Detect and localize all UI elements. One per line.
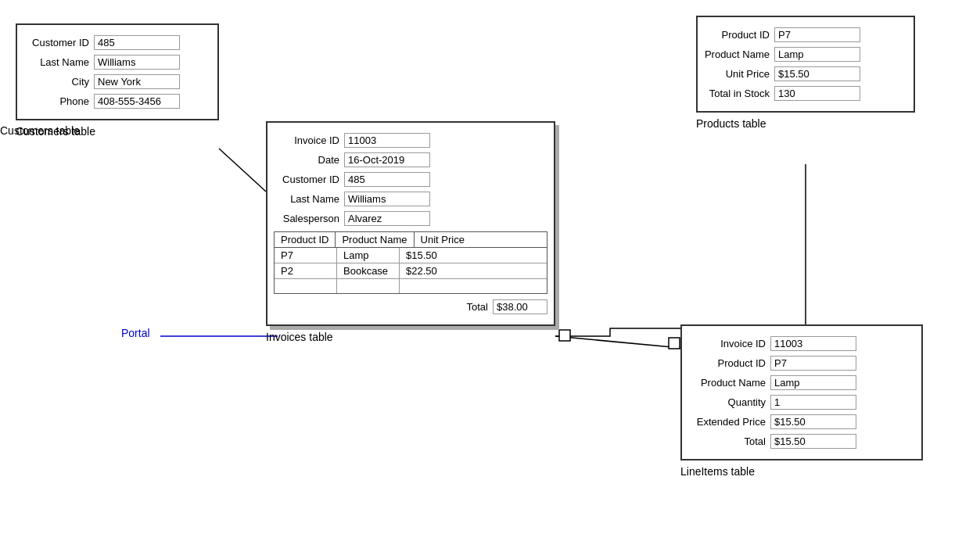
field-label: Date xyxy=(274,154,344,166)
portal-cell xyxy=(275,279,337,293)
field-value: New York xyxy=(94,74,180,89)
field-label: Customer ID xyxy=(274,174,344,185)
portal-cell: Lamp xyxy=(337,248,400,263)
field-value: 485 xyxy=(344,172,430,187)
portal-cell: P2 xyxy=(275,263,337,278)
field-label: Invoice ID xyxy=(688,338,770,349)
field-value: $15.50 xyxy=(770,434,856,449)
field-row: SalespersonAlvarez xyxy=(267,209,554,228)
field-row: Product IDP7 xyxy=(682,353,921,373)
field-label: Last Name xyxy=(23,56,94,68)
field-label: Product Name xyxy=(688,377,770,389)
field-value: Williams xyxy=(94,55,180,70)
field-row: Unit Price$15.50 xyxy=(698,64,914,84)
field-value: Williams xyxy=(344,192,430,206)
portal-cell: P7 xyxy=(275,248,337,263)
field-row: CityNew York xyxy=(17,72,217,91)
portal-cell: $15.50 xyxy=(400,248,462,263)
lineitems-table: Invoice ID11003Product IDP7Product NameL… xyxy=(680,324,923,460)
field-value: 1 xyxy=(770,395,856,410)
field-value: Lamp xyxy=(770,375,856,390)
field-value: P7 xyxy=(774,27,860,42)
field-row: Total in Stock130 xyxy=(698,84,914,103)
field-label: Product ID xyxy=(704,29,774,41)
invoices-table: Invoice ID11003Date16-Oct-2019Customer I… xyxy=(266,121,555,326)
field-value: P7 xyxy=(770,356,856,371)
field-value: 11003 xyxy=(770,336,856,351)
portal-header-cell: Product ID xyxy=(275,232,336,247)
svg-rect-3 xyxy=(669,338,680,349)
svg-rect-4 xyxy=(559,330,570,341)
field-label: Customer ID xyxy=(23,37,94,48)
field-value: $15.50 xyxy=(770,414,856,429)
field-row: Phone408-555-3456 xyxy=(17,91,217,111)
portal-label: Portal xyxy=(121,327,150,339)
field-label: Quantity xyxy=(688,396,770,408)
field-value: 485 xyxy=(94,35,180,50)
field-row: Invoice ID11003 xyxy=(267,131,554,150)
portal-cell xyxy=(400,279,462,293)
field-label: Total in Stock xyxy=(704,88,774,99)
portal-row xyxy=(275,279,547,293)
portal-cell: $22.50 xyxy=(400,263,462,278)
portal-row: P2Bookcase$22.50 xyxy=(275,263,547,279)
field-label: Phone xyxy=(23,95,94,107)
field-row: Quantity1 xyxy=(682,392,921,412)
field-value: 11003 xyxy=(344,133,430,148)
total-label: Total xyxy=(467,301,493,313)
invoices-table-label: Invoices table xyxy=(266,331,333,343)
field-row: Last NameWilliams xyxy=(267,189,554,209)
portal-header-cell: Product Name xyxy=(336,232,414,247)
field-label: Total xyxy=(688,435,770,447)
field-label: Invoice ID xyxy=(274,134,344,146)
portal-cell xyxy=(337,279,400,293)
portal-header: Product IDProduct NameUnit Price xyxy=(275,232,547,248)
field-label: Salesperson xyxy=(274,213,344,224)
customers-table-label: Customers table xyxy=(16,125,95,138)
field-row: Product NameLamp xyxy=(682,373,921,392)
portal-row: P7Lamp$15.50 xyxy=(275,248,547,263)
portal-section: Product IDProduct NameUnit PriceP7Lamp$1… xyxy=(274,231,547,294)
field-row: Extended Price$15.50 xyxy=(682,412,921,432)
field-label: Last Name xyxy=(274,193,344,205)
field-label: Unit Price xyxy=(704,68,774,80)
svg-line-1 xyxy=(555,336,680,348)
portal-header-cell: Unit Price xyxy=(415,232,471,247)
svg-line-0 xyxy=(219,149,266,192)
field-value: 16-Oct-2019 xyxy=(344,152,430,167)
portal-cell: Bookcase xyxy=(337,263,400,278)
field-value: Alvarez xyxy=(344,211,430,226)
field-row: Customer ID485 xyxy=(17,33,217,52)
customers-table: Customer ID485Last NameWilliamsCityNew Y… xyxy=(16,23,219,120)
field-row: Date16-Oct-2019 xyxy=(267,150,554,170)
field-row: Invoice ID11003 xyxy=(682,334,921,353)
field-row: Last NameWilliams xyxy=(17,52,217,72)
total-value: $38.00 xyxy=(493,299,547,314)
lineitems-table-label: LineItems table xyxy=(680,465,755,478)
field-value: Lamp xyxy=(774,47,860,62)
field-row: Product IDP7 xyxy=(698,25,914,45)
field-label: Product ID xyxy=(688,357,770,369)
field-row: Customer ID485 xyxy=(267,170,554,189)
products-table-label: Products table xyxy=(696,117,766,130)
total-row: Total$38.00 xyxy=(267,297,554,317)
field-value: 130 xyxy=(774,86,860,101)
field-value: 408-555-3456 xyxy=(94,94,180,109)
field-label: Extended Price xyxy=(688,416,770,428)
field-value: $15.50 xyxy=(774,66,860,81)
field-label: City xyxy=(23,76,94,88)
field-row: Product NameLamp xyxy=(698,45,914,64)
field-label: Product Name xyxy=(704,48,774,60)
products-table: Product IDP7Product NameLampUnit Price$1… xyxy=(696,16,915,113)
field-row: Total$15.50 xyxy=(682,432,921,451)
